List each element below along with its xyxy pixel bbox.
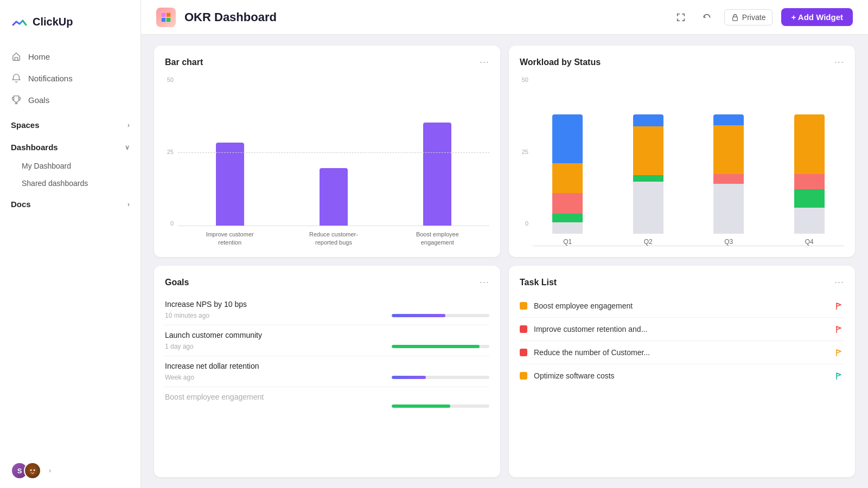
bar-boost-engagement (423, 123, 451, 226)
task-flag-2[interactable] (834, 324, 844, 334)
refresh-button[interactable] (698, 9, 716, 26)
sidebar-section-docs[interactable]: Docs › (0, 194, 141, 214)
sidebar-item-goals-label: Goals (28, 95, 49, 105)
docs-label: Docs (11, 200, 31, 209)
spaces-chevron-icon: › (127, 121, 130, 129)
sidebar-bottom: S › (0, 453, 141, 488)
stacked-bar-q3: Q3 (694, 74, 764, 246)
bar-1 (178, 74, 282, 226)
goal-progress-fill-1 (392, 314, 445, 317)
spaces-label: Spaces (11, 120, 40, 130)
task-item-3: Reduce the number of Customer... (520, 341, 844, 364)
bar-label-2: Reduce customer-reported bugs (282, 230, 385, 246)
bell-icon (11, 73, 22, 84)
goal-name-3: Increase net dollar retention (165, 362, 489, 370)
svg-rect-4 (167, 12, 170, 16)
q2-label: Q2 (644, 238, 653, 246)
task-item-1: Boost employee engagement (520, 294, 844, 318)
goal-item-3: Increase net dollar retention Week ago (165, 356, 489, 387)
avatar-group: S (11, 462, 41, 479)
goal-progress-fill-3 (392, 376, 426, 379)
main-content: OKR Dashboard Private + Add Widget Bar c… (141, 0, 868, 488)
goal-name-1: Increase NPS by 10 bps (165, 300, 489, 309)
sidebar-item-shared-dashboards[interactable]: Shared dashboards (0, 175, 141, 192)
q4-label: Q4 (805, 238, 814, 246)
task-name-1: Boost employee engagement (534, 301, 828, 310)
q3-yellow-seg (713, 125, 744, 174)
goal-name-4: Boost employee engagement (165, 393, 489, 401)
y-label-50: 50 (167, 76, 174, 83)
add-widget-button[interactable]: + Add Widget (781, 8, 853, 26)
user-menu-chevron-icon[interactable]: › (49, 467, 51, 474)
q4-gray-seg (794, 208, 825, 234)
bar-chart-title: Bar chart (165, 57, 203, 67)
goals-header: Goals ··· (165, 277, 489, 288)
workload-y-label-0: 0 (525, 220, 528, 227)
task-name-4: Optimize software costs (534, 371, 828, 380)
workload-chart-area: 50 25 0 (520, 74, 844, 246)
task-flag-4[interactable] (834, 371, 844, 381)
goal-time-1: 10 minutes ago (165, 312, 209, 319)
sidebar-section-dashboards[interactable]: Dashboards ∨ (0, 137, 141, 157)
goal-progress-fill-4 (392, 404, 450, 408)
bar-chart-widget: Bar chart ··· 50 25 0 (154, 46, 500, 257)
docs-chevron-icon: › (127, 201, 130, 208)
task-dot-1 (520, 302, 527, 310)
q3-blue-seg (713, 114, 744, 125)
stacked-bar-q2: Q2 (614, 74, 684, 246)
trophy-icon (11, 94, 22, 105)
task-list-widget: Task List ··· Boost employee engagement … (509, 266, 855, 477)
bar-label-3: Boost employeeengagement (386, 230, 489, 246)
q2-gray-seg (633, 182, 663, 234)
task-item-2: Improve customer retention and... (520, 318, 844, 341)
task-dot-3 (520, 349, 527, 356)
q2-yellow-seg (633, 126, 663, 175)
svg-point-2 (34, 470, 35, 471)
bar-2 (282, 74, 385, 226)
task-list-title: Task List (520, 278, 557, 287)
workload-widget: Workload by Status ··· 50 25 0 (509, 46, 855, 257)
svg-rect-5 (162, 17, 165, 21)
goals-menu-button[interactable]: ··· (480, 277, 489, 288)
privacy-badge[interactable]: Private (724, 9, 773, 25)
workload-menu-button[interactable]: ··· (834, 56, 844, 68)
stacked-bar-q4: Q4 (775, 74, 845, 246)
expand-button[interactable] (672, 9, 690, 26)
page-header: OKR Dashboard Private + Add Widget (141, 0, 868, 35)
sidebar-section-spaces[interactable]: Spaces › (0, 115, 141, 135)
dashboards-label: Dashboards (11, 143, 58, 152)
clickup-logo-icon (11, 13, 28, 30)
workload-y-label-50: 50 (522, 76, 528, 83)
bar-label-1: Improve customerretention (178, 230, 282, 246)
avatar-secondary[interactable] (24, 462, 41, 479)
bar-chart-header: Bar chart ··· (165, 56, 489, 68)
sidebar-navigation: Home Notifications Goals Spaces › Dashbo… (0, 41, 141, 453)
task-list-menu-button[interactable]: ··· (834, 277, 844, 288)
q3-label: Q3 (724, 238, 733, 246)
q1-pink-seg (552, 193, 583, 214)
dashboards-chevron-icon: ∨ (125, 144, 130, 151)
sidebar-item-home[interactable]: Home (0, 46, 141, 67)
svg-rect-3 (162, 12, 165, 16)
bar-3 (386, 74, 489, 226)
goal-name-2: Launch customer community (165, 331, 489, 339)
task-flag-1[interactable] (834, 301, 844, 311)
goals-title: Goals (165, 278, 189, 287)
goal-item-1: Increase NPS by 10 bps 10 minutes ago (165, 294, 489, 325)
task-list: Boost employee engagement Improve custom… (520, 294, 844, 466)
private-label: Private (742, 13, 766, 22)
dashed-reference-line (178, 152, 489, 153)
dashboard-grid: Bar chart ··· 50 25 0 (141, 35, 868, 488)
sidebar-item-goals[interactable]: Goals (0, 89, 141, 111)
task-flag-3[interactable] (834, 348, 844, 357)
bar-chart-menu-button[interactable]: ··· (480, 56, 489, 68)
sidebar: ClickUp Home Notifications Goals Space (0, 0, 141, 488)
goal-time-2: 1 day ago (165, 343, 194, 350)
sidebar-item-home-label: Home (28, 52, 50, 61)
sidebar-logo: ClickUp (0, 0, 141, 41)
sidebar-item-notifications[interactable]: Notifications (0, 67, 141, 89)
workload-y-label-25: 25 (522, 149, 528, 155)
page-title: OKR Dashboard (184, 10, 663, 24)
goal-time-3: Week ago (165, 374, 194, 381)
sidebar-item-my-dashboard[interactable]: My Dashboard (0, 157, 141, 175)
